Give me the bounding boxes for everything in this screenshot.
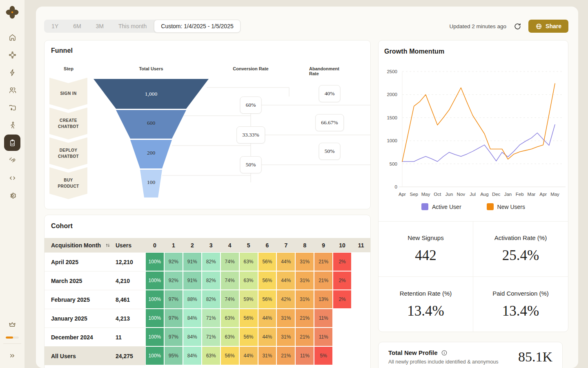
globe-icon <box>535 23 542 30</box>
sidebar-item-developers[interactable] <box>4 170 20 186</box>
legend-item-active-user[interactable]: Active User <box>421 203 461 210</box>
stat-new-signups: New Signups 442 <box>379 222 473 277</box>
upgrade-crown-button[interactable] <box>4 316 20 332</box>
svg-text:Jul: Jul <box>470 192 476 197</box>
sidebar-item-nodes[interactable] <box>4 47 20 63</box>
link-sparkle-icon <box>8 156 17 165</box>
cohort-cell: 56% <box>240 309 258 327</box>
cohort-header-period-9: 9 <box>314 238 333 252</box>
refresh-button[interactable] <box>512 21 522 31</box>
cohort-cell: 92% <box>165 253 183 271</box>
cohort-cell: 31% <box>296 272 314 289</box>
conversion-rate-box: 33.33% <box>236 126 265 144</box>
svg-text:Aug: Aug <box>480 192 488 197</box>
stat-paid-conversion: Paid Conversion (%) 13.4% <box>473 277 568 332</box>
abandonment-rate-box: 66.67% <box>315 114 344 131</box>
sidebar-item-projects[interactable] <box>4 99 20 116</box>
info-icon[interactable] <box>441 350 448 356</box>
cohort-cell: 21% <box>314 253 332 271</box>
tab-this-month[interactable]: This month <box>111 20 154 33</box>
tab-3m[interactable]: 3M <box>89 20 111 33</box>
stat-value: 13.4% <box>407 303 444 319</box>
share-button-label: Share <box>546 23 561 29</box>
svg-text:Sep: Sep <box>410 192 418 197</box>
cohort-header-period-11: 11 <box>352 238 370 252</box>
cohort-panel: Cohort Acquisition Month Users 012345678… <box>44 215 371 368</box>
cohort-cell: 2% <box>333 272 351 289</box>
cohort-cell: 82% <box>202 290 220 308</box>
cohort-row: April 202512,210100%92%91%82%74%63%56%44… <box>45 252 370 271</box>
growth-momentum-chart: 05001000150020002500AprSepMayOctJunNovJu… <box>379 63 568 202</box>
conversion-rate-box: 50% <box>240 156 262 173</box>
sidebar-item-journeys[interactable] <box>4 117 20 133</box>
cohort-cell-empty <box>333 309 351 327</box>
cohort-row: January 20254,213100%97%84%71%63%56%44%3… <box>45 309 370 328</box>
svg-text:May: May <box>550 192 559 197</box>
cohort-month-label: All Users <box>45 346 116 365</box>
sidebar-item-reports[interactable] <box>4 135 20 151</box>
sidebar-expand-button[interactable] <box>4 348 20 364</box>
cohort-cell: 31% <box>296 290 314 308</box>
cohort-header-period-8: 8 <box>295 238 314 252</box>
tab-custom-range[interactable]: Custom: 1/4/2025 - 1/5/2025 <box>154 20 240 33</box>
cohort-cell: 21% <box>296 328 314 346</box>
total-profile-value: 85.1K <box>518 349 552 368</box>
cohort-cell-empty <box>352 328 370 346</box>
cohort-cell: 97% <box>165 328 183 346</box>
tab-1y[interactable]: 1Y <box>44 20 66 33</box>
legend-item-new-users[interactable]: New Users <box>487 203 525 210</box>
crown-icon <box>8 320 17 329</box>
sidebar-item-users[interactable] <box>4 82 20 98</box>
bolt-icon <box>8 68 17 77</box>
tab-6m[interactable]: 6M <box>66 20 88 33</box>
stat-label: Activation Rate (%) <box>494 234 547 241</box>
cohort-cell: 92% <box>165 272 183 289</box>
cohort-header-period-6: 6 <box>258 238 277 252</box>
cohort-cell: 56% <box>258 272 276 289</box>
cohort-cell-empty <box>352 290 370 308</box>
cohort-users-value: 4,210 <box>116 271 145 290</box>
legend-label: Active User <box>432 204 461 210</box>
sidebar-item-activity[interactable] <box>4 64 20 81</box>
cohort-cell: 56% <box>221 347 239 365</box>
funnel-panel: Funnel Step Total Users Conversion Rate … <box>44 40 371 209</box>
sidebar-item-home[interactable] <box>4 29 20 45</box>
cohort-cell-empty <box>352 347 370 365</box>
cohort-cell: 56% <box>240 328 258 346</box>
usage-progress-fill <box>6 337 13 339</box>
cohort-cell: 44% <box>258 328 276 346</box>
conversion-rate-box: 60% <box>240 96 262 114</box>
share-button[interactable]: Share <box>528 20 568 33</box>
cohort-cell: 63% <box>240 253 258 271</box>
cohort-cell-empty <box>352 272 370 289</box>
svg-text:0: 0 <box>395 184 397 189</box>
double-chevron-right-icon <box>8 352 16 360</box>
stat-retention-rate: Retention Rate (%) 13.4% <box>379 277 473 332</box>
cohort-cell: 100% <box>146 272 164 289</box>
svg-text:Dec: Dec <box>492 192 501 197</box>
stat-label: Paid Conversion (%) <box>492 290 549 297</box>
cohort-cell: 21% <box>277 347 295 365</box>
chart-legend: Active UserNew Users <box>379 203 568 210</box>
series-line-new-users <box>402 83 555 162</box>
cohort-month-label: February 2025 <box>45 290 116 309</box>
usage-progress-bar <box>6 337 19 339</box>
sidebar-divider <box>3 343 21 344</box>
stat-label: New Signups <box>408 234 443 241</box>
svg-text:Feb: Feb <box>516 192 524 197</box>
cohort-row: December 202411100%97%84%71%63%56%44%31%… <box>45 328 370 346</box>
cohort-cell: 84% <box>183 347 201 365</box>
sidebar-item-settings[interactable] <box>4 187 20 204</box>
cohort-cell: 74% <box>221 253 239 271</box>
cohort-cell-empty <box>352 253 370 271</box>
funnel-chart: 1,000600200100 <box>94 79 209 197</box>
cohort-users-value: 4,213 <box>116 309 145 328</box>
cohort-cell: 5% <box>314 347 332 365</box>
funnel-segment-value: 200 <box>147 150 156 156</box>
sidebar-item-connections[interactable] <box>4 152 20 168</box>
cohort-cell: 100% <box>146 309 164 327</box>
cohort-cell: 91% <box>183 253 201 271</box>
sort-icon[interactable] <box>105 242 111 248</box>
svg-text:1000: 1000 <box>387 138 397 143</box>
cohort-header-period-1: 1 <box>164 238 183 252</box>
